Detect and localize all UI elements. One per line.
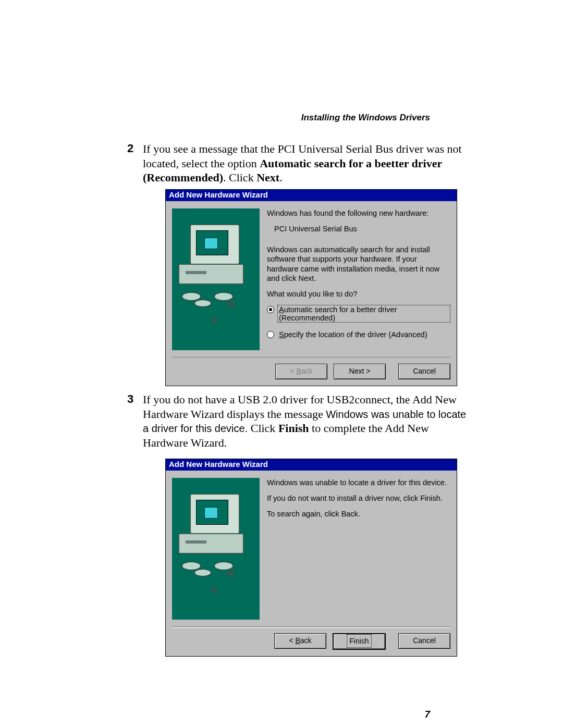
cancel-button[interactable]: Cancel (398, 364, 450, 379)
page: Installing the Windows Drivers 2 If you … (0, 0, 563, 728)
finish-button[interactable]: Finish (333, 633, 386, 650)
computer-base-icon (178, 533, 244, 554)
arrow-icon (225, 300, 238, 311)
step-3: 3 If you do not have a USB 2.0 driver fo… (143, 392, 471, 450)
page-number: 7 (424, 709, 430, 720)
text: . (279, 171, 283, 184)
button-bar: < Back Next > Cancel (172, 357, 450, 379)
auto-text: Windows can automatically search for and… (267, 245, 450, 283)
radio-dot-icon (267, 306, 274, 313)
unable-text: Windows was unable to locate a driver fo… (267, 478, 450, 487)
bold-text: Finish (278, 422, 309, 435)
t: ack (300, 636, 312, 645)
mnemonic: S (279, 330, 284, 339)
wizard-artwork (172, 478, 260, 620)
label: Finish (347, 634, 371, 648)
back-button[interactable]: < Back (274, 633, 326, 649)
back-button: < Back (275, 364, 327, 379)
wizard-body: Windows was unable to locate a driver fo… (166, 471, 457, 656)
step-number: 3 (127, 392, 133, 406)
disc-icon (194, 569, 212, 577)
wizard-dialog-1: Add New Hardware Wizard Windows has foun… (165, 189, 457, 386)
note-text: If you do not want to install a driver n… (267, 493, 450, 503)
t: < (289, 636, 295, 645)
radio-dot-icon (267, 331, 274, 338)
step-body: If you do not have a USB 2.0 driver for … (143, 392, 471, 450)
prompt-text: What would you like to do? (267, 289, 450, 299)
t: B (296, 367, 301, 375)
step-2: 2 If you see a message that the PCI Univ… (143, 142, 471, 185)
running-header: Installing the Windows Drivers (301, 113, 430, 123)
monitor-icon (190, 224, 240, 265)
titlebar: Add New Hardware Wizard (166, 459, 457, 471)
button-bar: < Back Finish Cancel (172, 626, 450, 650)
next-button[interactable]: Next > (334, 364, 386, 379)
radio-label: utomatic search for a better driver (Rec… (279, 305, 397, 322)
found-label: Windows has found the following new hard… (267, 208, 450, 218)
radio-specify-location[interactable]: Specify the location of the driver (Adva… (267, 330, 450, 339)
step-number: 2 (127, 142, 133, 155)
text: . Click (223, 171, 256, 184)
computer-base-icon (178, 264, 244, 285)
radio-automatic-search[interactable]: Automatic search for a better driver (Re… (267, 305, 450, 323)
t: B (295, 636, 300, 645)
t: ack (301, 367, 313, 375)
t: < (290, 367, 296, 375)
text: Click (248, 422, 278, 435)
disc-icon (214, 292, 234, 301)
arrow-icon (210, 317, 220, 327)
wizard-text-pane: Windows has found the following new hard… (267, 208, 450, 355)
disc-icon (214, 561, 234, 571)
arrow-icon (210, 586, 220, 596)
device-name: PCI Universal Serial Bus (267, 224, 450, 233)
wizard-dialog-2: Add New Hardware Wizard Windows was unab… (165, 459, 457, 657)
search-again-text: To search again, click Back. (267, 509, 450, 519)
radio-label: pecify the location of the driver (Advan… (284, 330, 427, 339)
wizard-artwork (172, 208, 260, 350)
mnemonic: A (279, 305, 284, 314)
wizard-text-pane: Windows was unable to locate a driver fo… (267, 478, 450, 626)
bold-text: Next (256, 171, 279, 184)
titlebar: Add New Hardware Wizard (166, 190, 457, 201)
step-body: If you see a message that the PCI Univer… (143, 142, 471, 185)
cancel-button[interactable]: Cancel (398, 633, 450, 649)
wizard-body: Windows has found the following new hard… (166, 201, 457, 386)
monitor-icon (190, 493, 240, 534)
disc-icon (194, 299, 212, 307)
arrow-icon (225, 569, 238, 581)
